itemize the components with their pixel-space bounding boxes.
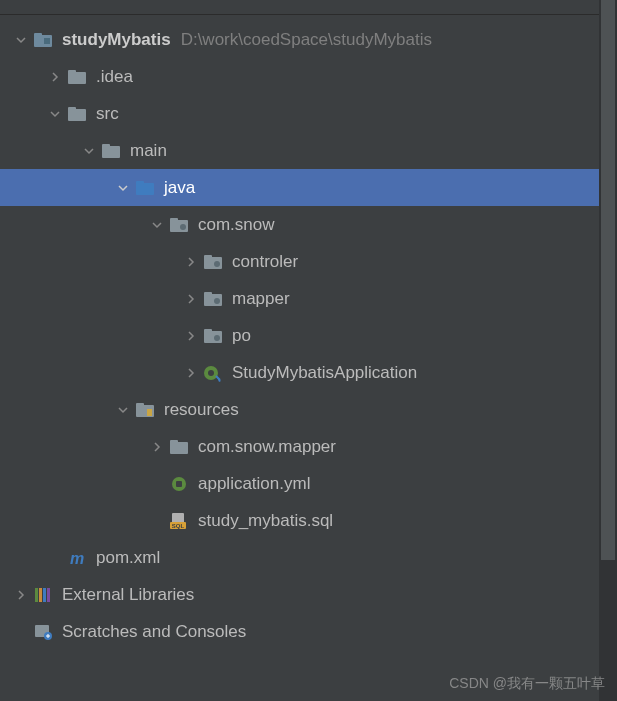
tree-label: mapper (232, 289, 290, 309)
chevron-down-icon[interactable] (44, 103, 66, 125)
package-icon (202, 251, 224, 273)
yml-config-icon (168, 473, 190, 495)
vertical-scrollbar[interactable] (599, 0, 617, 701)
folder-icon (66, 66, 88, 88)
svg-point-19 (214, 298, 220, 304)
maven-pom-icon: m (66, 547, 88, 569)
tree-row-resources[interactable]: resources (0, 391, 617, 428)
tree-path: D:\work\coedSpace\studyMybatis (181, 30, 432, 50)
svg-rect-37 (35, 588, 38, 602)
svg-rect-21 (204, 329, 212, 333)
tree-label: .idea (96, 67, 133, 87)
folder-icon (168, 436, 190, 458)
resources-folder-icon (134, 399, 156, 421)
scratches-icon (32, 621, 54, 643)
tree-row-java[interactable]: java (0, 169, 617, 206)
libraries-icon (32, 584, 54, 606)
module-folder-icon (32, 29, 54, 51)
svg-rect-8 (102, 144, 110, 148)
chevron-down-icon[interactable] (112, 177, 134, 199)
tree-row-main[interactable]: main (0, 132, 617, 169)
tree-row-appyml[interactable]: application.yml (0, 465, 617, 502)
tree-label: main (130, 141, 167, 161)
tree-label: Scratches and Consoles (62, 622, 246, 642)
tree-label: StudyMybatisApplication (232, 363, 417, 383)
tree-label: com.snow (198, 215, 275, 235)
tree-row-comsnow[interactable]: com.snow (0, 206, 617, 243)
package-icon (168, 214, 190, 236)
chevron-right-icon[interactable] (44, 66, 66, 88)
chevron-down-icon[interactable] (78, 140, 100, 162)
chevron-right-icon[interactable] (180, 288, 202, 310)
svg-text:m: m (70, 550, 84, 567)
tree-label: com.snow.mapper (198, 437, 336, 457)
svg-rect-39 (43, 588, 46, 602)
svg-rect-15 (204, 255, 212, 259)
tree-label: controler (232, 252, 298, 272)
tree-label: java (164, 178, 195, 198)
tree-row-mapper[interactable]: mapper (0, 280, 617, 317)
package-icon (202, 325, 224, 347)
package-icon (202, 288, 224, 310)
svg-rect-4 (68, 70, 76, 74)
svg-rect-18 (204, 292, 212, 296)
folder-icon (66, 103, 88, 125)
svg-rect-38 (39, 588, 42, 602)
tree-row-application[interactable]: StudyMybatisApplication (0, 354, 617, 391)
chevron-right-icon[interactable] (180, 362, 202, 384)
tree-label: src (96, 104, 119, 124)
svg-rect-2 (44, 38, 50, 44)
svg-rect-40 (47, 588, 50, 602)
tree-label: studyMybatis (62, 30, 171, 50)
svg-rect-32 (176, 481, 182, 487)
svg-rect-12 (170, 218, 178, 222)
source-folder-icon (134, 177, 156, 199)
svg-rect-27 (136, 403, 144, 407)
watermark: CSDN @我有一颗五叶草 (449, 675, 605, 693)
sql-file-icon: SQL (168, 510, 190, 532)
tree-row-root[interactable]: studyMybatis D:\work\coedSpace\studyMyba… (0, 21, 617, 58)
svg-point-22 (214, 335, 220, 341)
chevron-right-icon[interactable] (10, 584, 32, 606)
tree-label: pom.xml (96, 548, 160, 568)
project-toolbar (0, 0, 617, 15)
svg-rect-6 (68, 107, 76, 111)
tree-row-external[interactable]: External Libraries (0, 576, 617, 613)
tree-row-comsnowmapper[interactable]: com.snow.mapper (0, 428, 617, 465)
tree-row-po[interactable]: po (0, 317, 617, 354)
tree-row-idea[interactable]: .idea (0, 58, 617, 95)
svg-text:SQL: SQL (172, 523, 185, 529)
tree-label: External Libraries (62, 585, 194, 605)
chevron-right-icon[interactable] (146, 436, 168, 458)
svg-rect-1 (34, 33, 42, 37)
tree-label: application.yml (198, 474, 310, 494)
folder-icon (100, 140, 122, 162)
chevron-down-icon[interactable] (146, 214, 168, 236)
svg-rect-30 (170, 440, 178, 444)
chevron-down-icon[interactable] (10, 29, 32, 51)
svg-rect-10 (136, 181, 144, 185)
chevron-down-icon[interactable] (112, 399, 134, 421)
tree-row-sql[interactable]: SQL study_mybatis.sql (0, 502, 617, 539)
tree-label: po (232, 326, 251, 346)
tree-row-src[interactable]: src (0, 95, 617, 132)
svg-rect-28 (147, 409, 152, 416)
tree-row-pom[interactable]: m pom.xml (0, 539, 617, 576)
tree-row-controler[interactable]: controler (0, 243, 617, 280)
tree-label: study_mybatis.sql (198, 511, 333, 531)
svg-point-24 (208, 370, 214, 376)
svg-point-13 (180, 224, 186, 230)
svg-point-16 (214, 261, 220, 267)
chevron-right-icon[interactable] (180, 325, 202, 347)
project-tree: studyMybatis D:\work\coedSpace\studyMyba… (0, 15, 617, 650)
tree-label: resources (164, 400, 239, 420)
spring-boot-class-icon (202, 362, 224, 384)
chevron-right-icon[interactable] (180, 251, 202, 273)
tree-row-scratches[interactable]: Scratches and Consoles (0, 613, 617, 650)
scrollbar-thumb[interactable] (601, 0, 615, 560)
